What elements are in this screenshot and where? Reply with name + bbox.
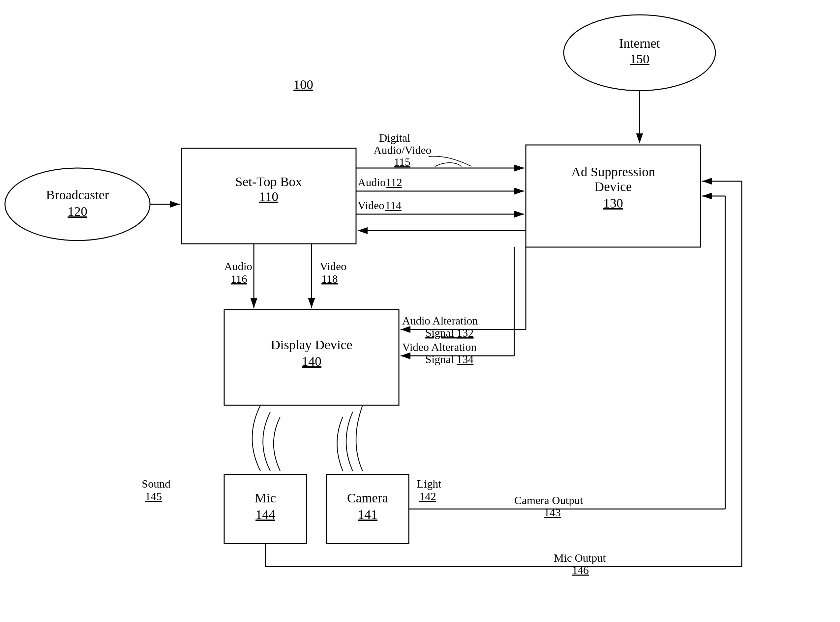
displaydevice-label: Display Device: [271, 337, 353, 352]
label-video-118: Video: [320, 260, 347, 273]
label-sound-145: Sound: [142, 478, 170, 490]
label-sound-145-num: 145: [145, 490, 162, 502]
label-video-114-num: 114: [385, 199, 402, 212]
label-video-118-num: 118: [321, 273, 338, 285]
settopbox-label: Set-Top Box: [235, 174, 302, 189]
wireless-arc-mic-1: [252, 405, 260, 471]
adsuppression-number: 130: [603, 196, 623, 210]
internet-number: 150: [630, 51, 649, 66]
label-audio-112: Audio: [358, 176, 386, 188]
label-video-alt1: Video Alteration: [402, 341, 477, 353]
label-audio-alt2: Signal 132: [425, 327, 473, 339]
label-digital-av3: 115: [394, 156, 411, 168]
label-audio-112-num: 112: [386, 176, 402, 188]
label-digital-av-pointer: [435, 163, 461, 166]
wireless-arc-cam-1: [356, 405, 363, 471]
broadcaster-number: 120: [67, 204, 87, 219]
wireless-arc-cam-2: [346, 412, 353, 471]
label-mic-output: Mic Output: [554, 552, 606, 564]
label-audio-116: Audio: [224, 260, 252, 273]
mic-label: Mic: [255, 491, 276, 505]
label-digital-av2: Audio/Video: [374, 144, 432, 156]
label-digital-av: Digital: [379, 132, 410, 144]
label-audio-alt1: Audio Alteration: [402, 315, 478, 327]
wireless-arc-cam-3: [337, 417, 343, 471]
camera-label: Camera: [347, 491, 388, 505]
label-mic-output-num: 146: [572, 564, 589, 576]
label-video-114: Video: [358, 199, 384, 212]
internet-label: Internet: [619, 36, 660, 51]
settopbox-number: 110: [259, 189, 279, 204]
wireless-arc-mic-2: [263, 412, 271, 471]
system-number: 100: [293, 77, 313, 92]
label-dav-curve: [429, 156, 472, 166]
camera-number: 141: [358, 507, 377, 522]
mic-number: 144: [255, 507, 275, 522]
label-video-alt2: Signal 134: [425, 353, 473, 365]
adsuppression-label2: Device: [594, 179, 632, 194]
label-camera-output: Camera Output: [514, 494, 583, 506]
diagram: Internet 150 Broadcaster 120 Set-Top Box…: [0, 0, 840, 622]
label-light-142-num: 142: [419, 490, 436, 502]
label-light-142: Light: [417, 478, 441, 490]
wireless-arc-mic-3: [273, 417, 280, 471]
broadcaster-label: Broadcaster: [46, 188, 109, 202]
displaydevice-number: 140: [302, 354, 321, 369]
label-audio-116-num: 116: [231, 273, 247, 285]
adsuppression-label1: Ad Suppression: [571, 165, 655, 179]
label-camera-output-num: 143: [544, 506, 561, 518]
